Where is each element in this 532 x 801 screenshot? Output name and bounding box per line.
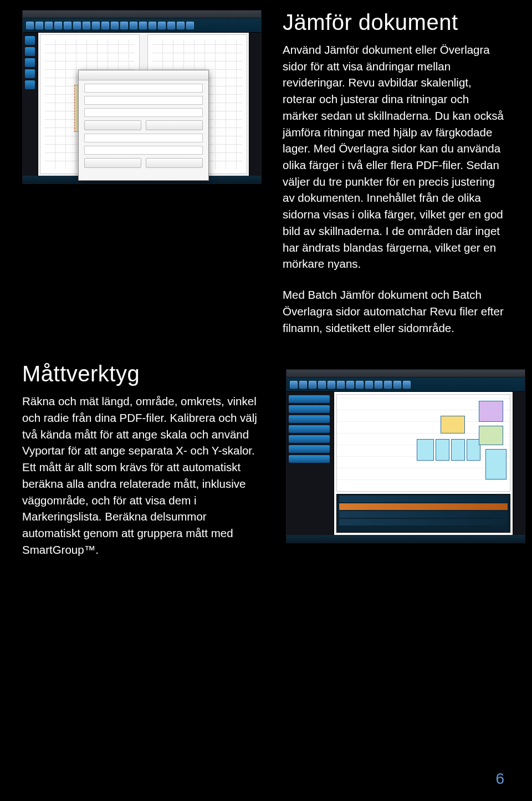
canvas: [38, 33, 249, 176]
dialog-button: [84, 120, 141, 130]
measure-screenshot: [286, 369, 525, 543]
markup-row-selected: [339, 503, 508, 510]
panel-icon: [25, 58, 35, 67]
dialog-cancel: [146, 158, 203, 168]
toolbar-icon: [83, 22, 90, 29]
measure-panel: [287, 392, 334, 535]
toolbar-icon: [186, 22, 194, 29]
panel-row: [289, 415, 330, 423]
app-menubar: [287, 370, 525, 377]
panel-row: [289, 435, 330, 443]
panel-row: [289, 445, 330, 453]
room-purple: [479, 401, 503, 422]
dialog-field: [84, 146, 203, 155]
panel-row: [289, 455, 330, 463]
toolbar-icon: [158, 22, 166, 29]
app-menubar: [23, 11, 261, 18]
app-body: [287, 392, 525, 535]
markup-row: [339, 511, 508, 518]
room-cyan: [436, 439, 449, 460]
app-toolbar: [23, 18, 261, 33]
toolbar-icon: [318, 381, 326, 389]
toolbar-icon: [54, 22, 62, 29]
room-cyan: [417, 439, 434, 460]
panel-row: [289, 425, 330, 433]
dialog-title: [79, 70, 208, 80]
room-yellow: [441, 416, 465, 433]
markup-row: [339, 519, 508, 526]
toolbar-icon: [92, 22, 100, 29]
markups-list: [336, 494, 510, 533]
toolbar-icon: [149, 22, 156, 29]
room-cyan: [451, 439, 465, 460]
section-measure: Måttverktyg Räkna och mät längd, område,…: [22, 361, 504, 572]
toolbar-icon: [290, 381, 298, 389]
toolbar-icon: [101, 22, 109, 29]
panel-icon: [25, 69, 35, 78]
compare-paragraph-1: Använd Jämför dokument eller Överlagra s…: [283, 42, 504, 272]
panel-icon: [25, 80, 35, 89]
toolbar-icon: [384, 381, 392, 389]
app-toolbar: [287, 377, 525, 392]
toolbar-icon: [356, 381, 364, 389]
dialog-row: [84, 158, 203, 168]
dialog-ok: [84, 158, 141, 168]
toolbar-icon: [26, 22, 34, 29]
toolbar-icon: [393, 381, 401, 389]
toolbar-icon: [130, 22, 137, 29]
dialog-field: [84, 134, 203, 142]
panel-row: [289, 405, 330, 413]
dialog-field: [84, 108, 203, 117]
measure-paragraph-1: Räkna och mät längd, område, omkrets, vi…: [22, 393, 266, 558]
toolbar-icon: [375, 381, 382, 389]
toolbar-icon: [337, 381, 345, 389]
toolbar-icon: [111, 22, 119, 29]
toolbar-icon: [167, 22, 175, 29]
toolbar-icon: [365, 381, 373, 389]
status-bar: [287, 535, 525, 543]
measure-heading: Måttverktyg: [22, 361, 266, 386]
markup-row: [339, 496, 508, 502]
toolbar-icon: [73, 22, 81, 29]
toolbar-icon: [64, 22, 71, 29]
dialog-field: [84, 84, 203, 93]
toolbar-icon: [120, 22, 128, 29]
toolbar-icon: [177, 22, 185, 29]
panel-row: [289, 395, 330, 403]
dialog-field: [84, 96, 203, 105]
compare-screenshot: [22, 10, 262, 184]
panel-icon: [25, 36, 35, 45]
page-number: 6: [495, 770, 504, 788]
toolbar-icon: [45, 22, 53, 29]
room-cyan: [485, 449, 506, 480]
toolbar-icon: [35, 22, 43, 29]
compare-paragraph-2: Med Batch Jämför dokument och Batch Över…: [283, 287, 504, 336]
left-panel: [23, 33, 38, 176]
compare-text: Jämför dokument Använd Jämför dokument e…: [283, 10, 504, 350]
measure-screenshot-container: [286, 361, 525, 572]
toolbar-icon: [309, 381, 316, 389]
measure-text: Måttverktyg Räkna och mät längd, område,…: [22, 361, 266, 572]
canvas: [334, 392, 513, 535]
compare-heading: Jämför dokument: [283, 10, 504, 35]
room-green: [479, 426, 503, 445]
right-panel: [513, 392, 525, 535]
dialog-button: [146, 120, 203, 130]
toolbar-icon: [403, 381, 411, 389]
panel-icon: [25, 47, 35, 56]
toolbar-icon: [346, 381, 354, 389]
right-panel: [249, 33, 261, 176]
toolbar-icon: [139, 22, 147, 29]
app-body: [23, 33, 261, 176]
floor-plan: [336, 394, 510, 492]
compare-screenshot-container: [22, 10, 263, 350]
dialog-row: [84, 120, 203, 130]
toolbar-icon: [299, 381, 307, 389]
toolbar-icon: [328, 381, 335, 389]
compare-dialog: [78, 70, 209, 181]
section-compare: Jämför dokument Använd Jämför dokument e…: [22, 10, 504, 350]
